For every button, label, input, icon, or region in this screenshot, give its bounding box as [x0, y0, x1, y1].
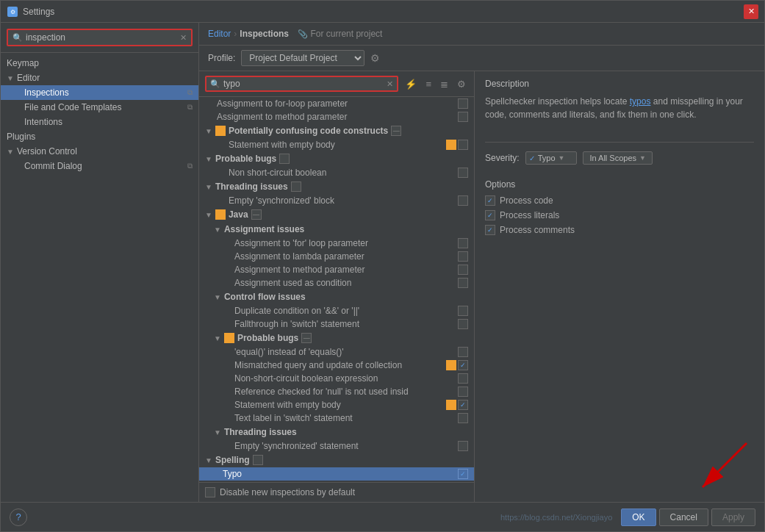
scope-select[interactable]: In All Scopes ▼ — [583, 151, 653, 165]
group-header-threading[interactable]: ▼ Threading issues — [199, 179, 474, 194]
list-item[interactable]: Reference checked for 'null' is not used… — [199, 385, 474, 398]
list-item[interactable]: Assignment used as condition — [199, 276, 474, 290]
item-controls — [458, 251, 468, 262]
process-literals-checkbox[interactable] — [485, 210, 495, 220]
severity-value: Typo — [538, 154, 556, 162]
group-arrow-icon: ▼ — [214, 334, 221, 342]
red-arrow — [666, 436, 754, 495]
sidebar-item-version-control[interactable]: ▼ Version Control — [1, 144, 198, 159]
item-checkbox[interactable] — [458, 98, 468, 109]
group-header-confusing[interactable]: ▼ Potentially confusing code constructs — [199, 123, 474, 138]
group-header-spelling[interactable]: ▼ Spelling — [199, 453, 474, 467]
help-button[interactable]: ? — [10, 508, 27, 526]
inspections-search-input[interactable] — [223, 79, 384, 89]
item-checkbox[interactable] — [458, 413, 468, 423]
settings-button[interactable]: ⚙ — [455, 77, 468, 91]
disable-check[interactable] — [205, 487, 215, 497]
sidebar-item-keymap[interactable]: Keymap — [1, 56, 198, 71]
sidebar-item-inspections[interactable]: Inspections ⧉ — [1, 85, 198, 100]
sidebar-search-input[interactable] — [26, 32, 177, 43]
group-checkbox[interactable] — [391, 126, 401, 136]
process-code-checkbox[interactable] — [485, 195, 495, 206]
ok-button[interactable]: OK — [621, 508, 656, 526]
process-comments-label: Process comments — [500, 225, 575, 235]
item-checkbox[interactable] — [458, 140, 468, 150]
typo-item[interactable]: Typo — [199, 467, 474, 481]
annotation-area — [485, 240, 754, 495]
insp-clear-icon[interactable]: ✕ — [387, 79, 393, 89]
list-item[interactable]: Mismatched query and update of collectio… — [199, 359, 474, 372]
cancel-button[interactable]: Cancel — [659, 508, 708, 526]
filter-button[interactable]: ⚡ — [403, 77, 419, 91]
apply-button[interactable]: Apply — [711, 508, 755, 526]
breadcrumb-editor[interactable]: Editor — [208, 29, 231, 39]
list-item[interactable]: Empty 'synchronized' block — [199, 194, 474, 207]
group-checkbox[interactable] — [291, 181, 301, 192]
expand-all-button[interactable]: ≡ — [423, 77, 434, 91]
list-item[interactable]: Empty 'synchronized' statement — [199, 439, 474, 453]
list-item[interactable]: Assignment to method parameter — [199, 263, 474, 276]
sidebar-item-editor[interactable]: ▼ Editor — [1, 71, 198, 85]
list-item[interactable]: 'equal()' instead of 'equals()' — [199, 345, 474, 359]
item-controls — [458, 238, 468, 248]
list-item[interactable]: Assignment to method parameter — [199, 110, 474, 123]
options-title: Options — [485, 179, 754, 190]
item-checkbox[interactable] — [458, 400, 468, 410]
item-checkbox[interactable] — [458, 306, 468, 316]
collapse-arrow-icon: ▼ — [7, 74, 14, 82]
list-item[interactable]: Assignment to for-loop parameter — [199, 97, 474, 110]
item-checkbox[interactable] — [458, 238, 468, 248]
list-item[interactable]: Fallthrough in 'switch' statement — [199, 317, 474, 331]
group-header-threading-java[interactable]: ▼ Threading issues — [199, 425, 474, 439]
list-item[interactable]: Duplicate condition on '&&' or '||' — [199, 304, 474, 317]
group-header-probable-java[interactable]: ▼ Probable bugs — [199, 331, 474, 345]
group-header-assignment[interactable]: ▼ Assignment issues — [199, 222, 474, 237]
profile-select[interactable]: Project Default Project — [241, 50, 364, 66]
gear-button[interactable]: ⚙ — [370, 52, 380, 64]
typo-checkbox[interactable] — [458, 469, 468, 479]
sidebar-item-label: Plugins — [7, 132, 35, 142]
item-checkbox[interactable] — [458, 347, 468, 357]
list-item[interactable]: Non short-circuit boolean — [199, 166, 474, 179]
sidebar-item-plugins[interactable]: Plugins — [1, 129, 198, 144]
group-label: Control flow issues — [224, 292, 306, 302]
sidebar-item-label: Commit Dialog — [24, 161, 82, 171]
item-checkbox[interactable] — [458, 168, 468, 178]
sidebar-item-commit-dialog[interactable]: Commit Dialog ⧉ — [1, 159, 198, 173]
group-checkbox[interactable] — [301, 333, 312, 343]
item-checkbox[interactable] — [458, 319, 468, 329]
group-checkbox[interactable] — [279, 154, 290, 164]
group-header-java[interactable]: ▼ Java — [199, 207, 474, 222]
bottom-bar: ? https://blog.csdn.net/Xiongjiayo OK Ca… — [1, 502, 764, 531]
sidebar-item-intentions[interactable]: Intentions — [1, 115, 198, 129]
process-comments-checkbox[interactable] — [485, 225, 495, 235]
item-checkbox[interactable] — [458, 373, 468, 384]
item-checkbox[interactable] — [458, 112, 468, 122]
item-checkbox[interactable] — [458, 251, 468, 262]
group-header-probable[interactable]: ▼ Probable bugs — [199, 151, 474, 166]
group-checkbox[interactable] — [251, 209, 262, 220]
sidebar-item-file-templates[interactable]: File and Code Templates ⧉ — [1, 100, 198, 115]
inspections-search-box: 🔍 ✕ — [205, 76, 398, 92]
clear-search-icon[interactable]: ✕ — [180, 33, 187, 43]
item-checkbox[interactable] — [458, 441, 468, 451]
item-checkbox[interactable] — [458, 265, 468, 275]
collapse-all-button[interactable]: ≣ — [438, 77, 450, 91]
breadcrumb-current: Inspections — [240, 29, 289, 39]
group-header-controlflow[interactable]: ▼ Control flow issues — [199, 290, 474, 304]
list-item[interactable]: Statement with empty body — [199, 398, 474, 411]
close-button[interactable]: ✕ — [744, 4, 758, 19]
item-color — [446, 140, 456, 150]
item-checkbox[interactable] — [458, 360, 468, 370]
item-checkbox[interactable] — [458, 195, 468, 206]
list-item[interactable]: Assignment to lambda parameter — [199, 250, 474, 263]
item-checkbox[interactable] — [458, 387, 468, 397]
list-item[interactable]: Assignment to 'for' loop parameter — [199, 237, 474, 250]
list-item[interactable]: Non-short-circuit boolean expression — [199, 372, 474, 385]
severity-select[interactable]: ✓ Typo ▼ — [525, 151, 578, 165]
group-checkbox[interactable] — [253, 455, 263, 465]
item-controls — [446, 400, 468, 410]
list-item[interactable]: Statement with empty body — [199, 138, 474, 151]
item-checkbox[interactable] — [458, 278, 468, 288]
list-item[interactable]: Text label in 'switch' statement — [199, 411, 474, 425]
